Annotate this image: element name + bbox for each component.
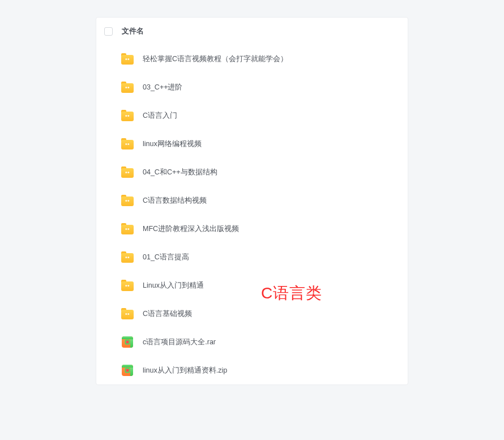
folder-icon [121, 109, 134, 122]
file-name-label: c语言项目源码大全.rar [143, 338, 216, 347]
file-row[interactable]: c语言项目源码大全.rar [96, 328, 408, 356]
select-all-checkbox[interactable] [104, 27, 113, 36]
file-list-panel: 文件名 轻松掌握C语言视频教程（会打字就能学会）03_C++进阶C语言入门lin… [96, 17, 408, 385]
file-name-label: C语言数据结构视频 [143, 196, 207, 206]
file-row[interactable]: MFC进阶教程深入浅出版视频 [96, 215, 408, 243]
file-name-label: 01_C语言提高 [143, 253, 189, 262]
file-name-label: Linux从入门到精通 [143, 281, 204, 291]
file-name-label: C语言入门 [143, 111, 177, 121]
file-row[interactable]: C语言入门 [96, 101, 408, 130]
file-row[interactable]: 轻松掌握C语言视频教程（会打字就能学会） [96, 45, 408, 73]
folder-icon [121, 279, 134, 292]
file-row[interactable]: 03_C++进阶 [96, 73, 408, 101]
file-row[interactable]: 01_C语言提高 [96, 243, 408, 271]
archive-icon [121, 364, 134, 377]
file-row[interactable]: C语言数据结构视频 [96, 186, 408, 215]
folder-icon [121, 53, 134, 65]
file-name-label: MFC进阶教程深入浅出版视频 [143, 224, 239, 234]
folder-icon [121, 251, 134, 263]
column-header-filename: 文件名 [122, 26, 144, 36]
folder-icon [121, 223, 134, 235]
file-row[interactable]: Linux从入门到精通 [96, 271, 408, 300]
file-name-label: C语言基础视频 [143, 309, 192, 319]
file-name-label: linux从入门到精通资料.zip [143, 366, 227, 375]
folder-icon [121, 194, 134, 207]
archive-icon [121, 336, 134, 348]
list-header: 文件名 [96, 18, 408, 45]
file-row[interactable]: 04_C和C++与数据结构 [96, 158, 408, 186]
file-name-label: 03_C++进阶 [143, 83, 182, 92]
file-row[interactable]: C语言基础视频 [96, 300, 408, 328]
file-name-label: 轻松掌握C语言视频教程（会打字就能学会） [143, 54, 288, 64]
file-row[interactable]: linux从入门到精通资料.zip [96, 356, 408, 385]
folder-icon [121, 307, 134, 320]
file-row[interactable]: linux网络编程视频 [96, 130, 408, 158]
folder-icon [121, 166, 134, 178]
file-list: 轻松掌握C语言视频教程（会打字就能学会）03_C++进阶C语言入门linux网络… [96, 45, 408, 385]
folder-icon [121, 138, 134, 150]
folder-icon [121, 81, 134, 93]
file-name-label: 04_C和C++与数据结构 [143, 168, 217, 177]
file-name-label: linux网络编程视频 [143, 139, 202, 149]
